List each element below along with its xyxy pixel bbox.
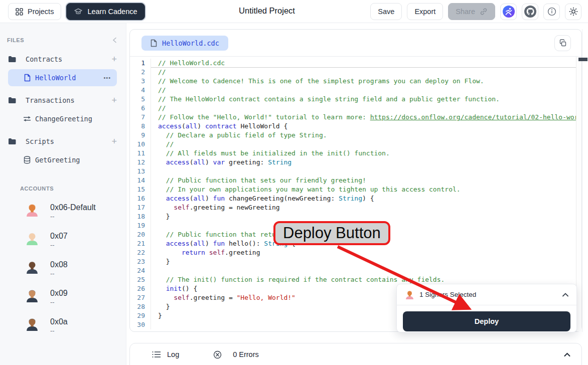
export-button[interactable]: Export — [407, 3, 443, 20]
folder-row-transactions[interactable]: Transactions+ — [8, 94, 117, 106]
file-item-getgreeting[interactable]: GetGreeting — [8, 151, 117, 168]
collapse-sidebar-icon[interactable] — [112, 37, 117, 43]
link-icon — [480, 8, 488, 16]
folder-row-scripts[interactable]: Scripts+ — [8, 135, 117, 147]
line-number: 4 — [130, 86, 151, 95]
flow-community-button[interactable] — [500, 4, 517, 20]
code-line-14[interactable]: 14 // Public function that sets our frie… — [130, 176, 576, 185]
line-content: // Follow the "Hello, World!" tutorial t… — [151, 113, 576, 122]
add-file-button[interactable]: + — [111, 137, 117, 146]
avatar — [25, 260, 39, 274]
share-button[interactable]: Share — [448, 3, 495, 20]
account-row-0x06-default[interactable]: 0x06-Default-- — [0, 203, 126, 221]
line-number: 23 — [130, 257, 151, 266]
scrollbar-thumb[interactable] — [578, 58, 587, 61]
info-button[interactable] — [543, 4, 560, 20]
add-file-button[interactable]: + — [111, 96, 117, 105]
line-content: // Declare a public field of type String… — [151, 131, 576, 140]
line-content: } — [151, 212, 576, 221]
account-row-0x09[interactable]: 0x09-- — [0, 288, 126, 306]
folder-label: Transactions — [26, 96, 111, 104]
line-number: 25 — [130, 275, 151, 284]
avatar — [25, 317, 39, 331]
contract-file-icon — [23, 74, 31, 82]
account-row-0x0a[interactable]: 0x0a-- — [0, 317, 126, 335]
signers-panel-header[interactable]: 1 Signers Selected — [397, 284, 576, 305]
code-line-3[interactable]: 3// Welcome to Cadence! This is one of t… — [130, 77, 576, 86]
github-button[interactable] — [522, 4, 538, 20]
line-number: 11 — [130, 149, 151, 158]
signers-selected-label: 1 Signers Selected — [419, 291, 562, 298]
add-file-button[interactable]: + — [111, 55, 117, 64]
line-content: access(all) fun changeGreeting(newGreeti… — [151, 194, 576, 203]
line-content: // — [151, 104, 576, 113]
learn-cadence-button[interactable]: Learn Cadence — [66, 3, 144, 20]
line-number: 5 — [130, 95, 151, 104]
code-line-8[interactable]: 8access(all) contract HelloWorld { — [130, 122, 576, 131]
code-line-17[interactable]: 17 self.greeting = newGreeting — [130, 203, 576, 212]
code-line-7[interactable]: 7// Follow the "Hello, World!" tutorial … — [130, 113, 576, 122]
avatar — [25, 288, 39, 302]
transaction-icon — [23, 116, 31, 122]
account-row-0x08[interactable]: 0x08-- — [0, 260, 126, 278]
code-line-12[interactable]: 12 access(all) var greeting: String — [130, 158, 576, 167]
code-line-25[interactable]: 25 // The init() function is required if… — [130, 275, 576, 284]
line-content: // Public function that sets our friendl… — [151, 176, 576, 185]
line-number: 19 — [130, 221, 151, 230]
line-number: 24 — [130, 266, 151, 275]
code-line-16[interactable]: 16 access(all) fun changeGreeting(newGre… — [130, 194, 576, 203]
code-line-24[interactable]: 24 — [130, 266, 576, 275]
line-number: 26 — [130, 284, 151, 293]
line-number: 20 — [130, 230, 151, 239]
code-line-18[interactable]: 18 } — [130, 212, 576, 221]
export-button-label: Export — [414, 8, 435, 16]
theme-toggle-button[interactable] — [565, 4, 581, 20]
line-number: 7 — [130, 113, 151, 122]
code-line-4[interactable]: 4// — [130, 86, 576, 95]
share-button-label: Share — [456, 8, 475, 16]
line-number: 8 — [130, 122, 151, 131]
save-button[interactable]: Save — [370, 3, 402, 20]
window-scrollbar[interactable] — [582, 29, 588, 332]
code-line-9[interactable]: 9 // Declare a public field of type Stri… — [130, 131, 576, 140]
file-item-changegreeting[interactable]: ChangeGreeting — [8, 110, 117, 127]
flow-community-icon — [502, 5, 515, 18]
file-icon — [151, 39, 157, 47]
deploy-button[interactable]: Deploy — [403, 311, 570, 331]
line-number: 17 — [130, 203, 151, 212]
projects-button[interactable]: Projects — [8, 3, 61, 20]
code-line-5[interactable]: 5// The HelloWorld contract contains a s… — [130, 95, 576, 104]
code-line-15[interactable]: 15 // In your own applications you may w… — [130, 185, 576, 194]
code-line-6[interactable]: 6// — [130, 104, 576, 113]
errors-count-label[interactable]: 0 Errors — [233, 350, 259, 358]
code-line-22[interactable]: 22 return self.greeting — [130, 248, 576, 257]
accounts-list: 0x06-Default--0x07--0x08--0x09--0x0a-- — [0, 203, 126, 335]
code-line-13[interactable]: 13 — [130, 167, 576, 176]
log-label[interactable]: Log — [167, 350, 179, 358]
tab-helloworld-cdc[interactable]: HelloWorld.cdc — [141, 36, 228, 51]
code-line-2[interactable]: 2// — [130, 68, 576, 77]
line-number: 18 — [130, 212, 151, 221]
signer-avatar — [405, 290, 414, 299]
expand-log-chevron-up-icon[interactable] — [564, 352, 570, 357]
line-number: 9 — [130, 131, 151, 140]
file-menu-button[interactable]: ••• — [103, 75, 117, 81]
account-address: 0x08 — [50, 260, 68, 269]
chevron-up-icon[interactable] — [562, 293, 568, 297]
line-content: } — [151, 257, 576, 266]
copy-code-button[interactable] — [554, 35, 571, 51]
github-icon — [524, 5, 537, 18]
line-number: 29 — [130, 311, 151, 320]
code-line-11[interactable]: 11 // All fields must be initialized in … — [130, 149, 576, 158]
line-content — [151, 167, 576, 176]
code-line-23[interactable]: 23 } — [130, 257, 576, 266]
code-line-1[interactable]: 1// HelloWorld.cdc — [130, 59, 576, 68]
file-item-label: GetGreeting — [35, 156, 117, 164]
account-balance: -- — [50, 241, 68, 249]
folder-row-contracts[interactable]: Contracts+ — [8, 53, 117, 65]
code-line-10[interactable]: 10 // — [130, 140, 576, 149]
grid-icon — [16, 8, 23, 16]
line-content: // In your own applications you may want… — [151, 185, 576, 194]
file-item-helloworld[interactable]: HelloWorld••• — [8, 69, 117, 86]
account-row-0x07[interactable]: 0x07-- — [0, 231, 126, 249]
